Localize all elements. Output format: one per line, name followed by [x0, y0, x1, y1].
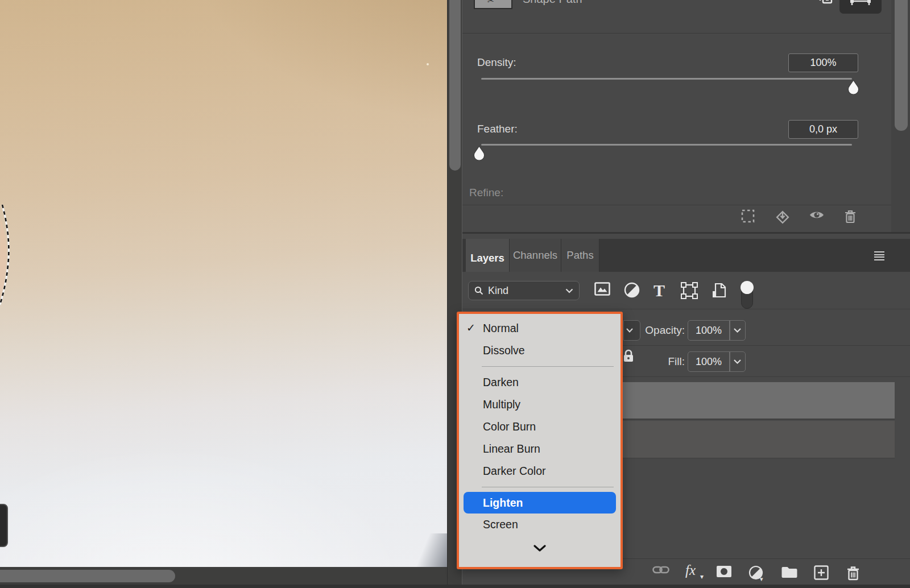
menu-separator	[482, 487, 614, 487]
menu-item-linear-burn[interactable]: Linear Burn	[459, 438, 621, 460]
menu-item-screen[interactable]: Screen	[459, 514, 621, 536]
canvas-corner-shadow	[396, 533, 447, 567]
link-icon[interactable]	[652, 565, 668, 581]
trash-icon[interactable]	[846, 565, 862, 581]
mask-thumbnail-glyph: ✂	[487, 0, 497, 6]
opacity-field[interactable]: 100%	[688, 320, 746, 341]
properties-header-title: Shape Path	[523, 0, 625, 6]
opacity-label: Opacity:	[633, 324, 685, 337]
canvas-vertical-scroll-thumb[interactable]	[449, 0, 461, 171]
menu-item-lighten-highlighted[interactable]: Lighten	[464, 492, 616, 514]
tab-paths-label: Paths	[566, 249, 593, 262]
menu-item-label: Darker Color	[483, 465, 546, 478]
menu-scroll-down[interactable]	[459, 536, 621, 561]
adjustment-filter-icon[interactable]	[624, 282, 641, 299]
tab-layers[interactable]: Layers	[466, 239, 510, 277]
layer-mask-icon[interactable]	[716, 565, 732, 581]
density-label: Density:	[477, 56, 516, 69]
selection-marquee-icon[interactable]	[741, 209, 756, 224]
tab-paths[interactable]: Paths	[561, 239, 599, 272]
properties-scroll-thumb[interactable]	[895, 0, 908, 131]
check-icon: ✓	[466, 321, 475, 334]
chevron-down-icon	[533, 545, 546, 552]
eye-icon[interactable]	[809, 209, 824, 224]
selection-marching-ants	[0, 200, 18, 309]
menu-item-multiply[interactable]: Multiply	[459, 394, 621, 416]
menu-item-label: Linear Burn	[483, 442, 540, 456]
window-bottom-edge	[0, 585, 910, 588]
chevron-down-icon	[565, 288, 573, 293]
chevron-down-icon	[626, 328, 633, 333]
type-filter-icon[interactable]: T	[653, 281, 671, 298]
chevron-down-icon[interactable]	[730, 359, 746, 364]
floating-panel-edge	[0, 504, 8, 547]
feather-slider-track[interactable]	[481, 144, 852, 146]
feather-label: Feather:	[477, 123, 518, 135]
feather-slider-handle[interactable]	[473, 146, 486, 161]
divider	[462, 205, 891, 205]
refine-label: Refine:	[469, 187, 503, 199]
adjustment-layer-icon[interactable]: ▾	[748, 565, 764, 581]
menu-item-normal[interactable]: ✓ Normal	[459, 317, 621, 339]
menu-item-dissolve[interactable]: Dissolve	[459, 339, 621, 362]
photoshop-workspace: ✂ Shape Path Density: 100%	[0, 0, 910, 588]
tab-layers-label: Layers	[470, 252, 504, 264]
search-icon	[474, 286, 483, 295]
density-slider-track[interactable]	[481, 78, 852, 80]
divider	[462, 33, 891, 34]
canvas-image[interactable]	[0, 0, 447, 567]
fill-value[interactable]: 100%	[688, 356, 729, 368]
canvas-horizontal-scroll-thumb[interactable]	[0, 570, 175, 582]
tab-channels[interactable]: Channels	[510, 239, 561, 272]
add-vector-mask-button[interactable]	[839, 0, 882, 14]
canvas-highlight-dot	[427, 63, 429, 65]
kind-filter-label: Kind	[488, 285, 508, 297]
divider	[462, 309, 910, 309]
fill-field[interactable]: 100%	[688, 351, 746, 372]
chevron-down-icon[interactable]	[730, 328, 746, 333]
menu-item-label: Multiply	[483, 398, 520, 411]
menu-item-darker-color[interactable]: Darker Color	[459, 460, 621, 482]
menu-separator	[482, 366, 614, 367]
new-layer-icon[interactable]	[814, 565, 830, 581]
shape-filter-icon[interactable]	[681, 282, 698, 299]
panel-menu-icon[interactable]	[874, 251, 884, 260]
tab-channels-label: Channels	[513, 249, 557, 262]
smart-object-filter-icon[interactable]	[712, 282, 729, 299]
kind-filter-select[interactable]: Kind	[468, 281, 580, 300]
apply-mask-icon[interactable]	[775, 209, 789, 224]
blend-mode-menu: ✓ Normal Dissolve Darken Multiply Color …	[457, 312, 623, 569]
filter-toggle-knob[interactable]	[741, 281, 754, 294]
menu-item-label: Color Burn	[483, 420, 536, 433]
menu-item-label: Screen	[483, 518, 518, 531]
menu-item-color-burn[interactable]: Color Burn	[459, 416, 621, 438]
fx-icon[interactable]: fx▾	[685, 562, 701, 578]
properties-panel: ✂ Shape Path Density: 100%	[462, 0, 910, 233]
fill-label: Fill:	[644, 355, 685, 368]
add-pixel-mask-icon[interactable]	[816, 0, 833, 9]
group-folder-icon[interactable]	[781, 565, 797, 581]
menu-item-label: Normal	[483, 322, 519, 335]
menu-item-darken[interactable]: Darken	[459, 371, 621, 394]
feather-value-field[interactable]: 0,0 px	[788, 120, 858, 139]
image-filter-icon[interactable]	[594, 282, 611, 299]
opacity-value[interactable]: 100%	[688, 325, 729, 337]
density-slider-handle[interactable]	[847, 80, 860, 95]
menu-item-label: Lighten	[483, 496, 523, 510]
menu-item-label: Dissolve	[483, 344, 525, 357]
trash-icon[interactable]	[843, 209, 858, 224]
density-value-field[interactable]: 100%	[788, 53, 858, 72]
menu-item-label: Darken	[483, 376, 519, 389]
lock-icon[interactable]	[622, 349, 635, 363]
